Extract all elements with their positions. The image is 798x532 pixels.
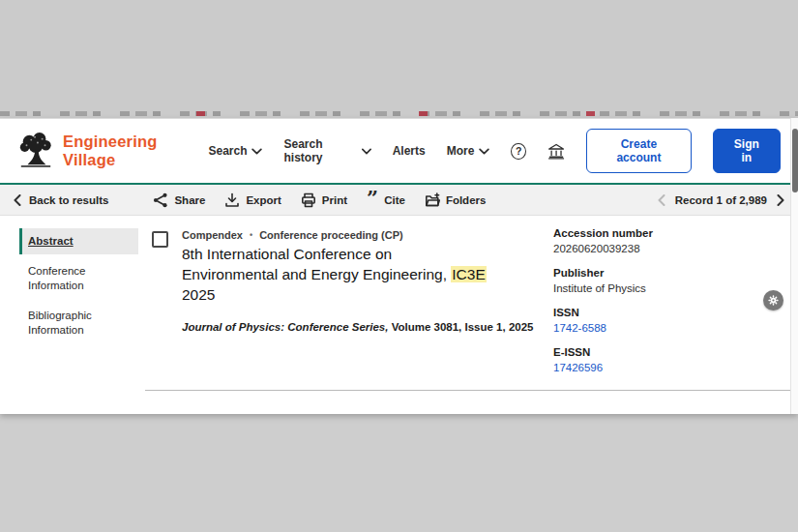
document-type-label: Conference proceeding (CP) [259,229,403,241]
previous-record-icon[interactable] [658,194,665,206]
journal-name: Journal of Physics: Conference Series, [182,321,388,333]
record-main: Compendex • Conference proceeding (CP) 8… [152,229,539,333]
detail-value: Institute of Physics [553,282,761,294]
print-icon [301,192,316,208]
database-badge: Compendex [182,229,243,241]
brand-title: Engineering Village [63,133,208,169]
sidebar-item-bibliographic-information[interactable]: Bibliographic Information [19,303,138,343]
chevron-left-icon [14,194,21,206]
share-icon [153,192,168,208]
record-select-checkbox[interactable] [152,231,168,248]
scrollbar-track[interactable] [790,118,798,414]
engineering-village-window: Engineering Village Search Search histor… [0,118,798,414]
record-count-label: Record 1 of 2,989 [675,194,767,206]
record-toolbar: Back to results Share Export [0,183,798,216]
nav-alerts[interactable]: Alerts [393,144,426,158]
eissn-link[interactable]: 17426596 [553,362,761,373]
nav-search-history-label: Search history [283,137,356,164]
back-to-results-button[interactable]: Back to results [14,194,108,206]
scrollbar-thumb[interactable] [792,129,798,192]
desktop-area-bottom [0,414,798,532]
detail-accession-number: Accession number 20260620039238 [553,227,761,254]
header-nav: Search Search history Alerts More ? [208,129,781,173]
detail-eissn: E-ISSN 17426596 [553,346,761,373]
sign-in-button[interactable]: Sign in [713,129,781,173]
window-edge-fragment-red [419,111,428,116]
app-header: Engineering Village Search Search histor… [0,119,798,183]
export-label: Export [246,194,281,206]
detail-label: Accession number [553,227,761,239]
nav-alerts-label: Alerts [393,144,426,158]
chevron-down-icon [362,148,371,155]
sidebar-item-conference-information[interactable]: Conference Information [19,258,138,299]
folders-label: Folders [446,194,487,206]
cite-label: Cite [384,194,405,206]
nav-search[interactable]: Search [208,144,262,158]
export-download-icon [224,192,240,208]
window-edge-fragments [0,111,798,116]
meta-separator-dot: • [250,230,252,240]
institution-bank-icon[interactable] [547,142,565,161]
volume-issue-year: Volume 3081, Issue 1, 2025 [388,321,533,333]
folders-add-icon [425,192,440,208]
screen: Engineering Village Search Search histor… [0,0,798,532]
title-search-highlight: IC3E [451,266,486,282]
window-edge-fragment-red [196,111,205,116]
print-label: Print [322,194,347,206]
share-label: Share [174,194,205,206]
detail-publisher: Publisher Institute of Physics [553,267,761,294]
next-record-icon[interactable] [777,194,784,206]
cite-quote-icon: ” [367,193,378,206]
gear-icon [767,294,780,307]
title-text: 2025 [182,286,215,303]
nav-search-label: Search [208,144,247,158]
elsevier-tree-logo [17,132,54,170]
record-section-nav: Abstract Conference Information Bibliogr… [19,228,138,347]
source-citation: Journal of Physics: Conference Series, V… [182,321,534,333]
nav-more-label: More [447,144,475,158]
record-title: 8th International Conference on Environm… [182,244,489,305]
export-button[interactable]: Export [224,192,281,208]
detail-label: ISSN [553,307,761,318]
section-divider [145,390,791,391]
create-account-button[interactable]: Create account [586,129,692,173]
record-details: Accession number 20260620039238 Publishe… [553,227,761,386]
record-content: Abstract Conference Information Bibliogr… [0,216,798,414]
cite-button[interactable]: ” Cite [367,193,405,206]
detail-issn: ISSN 1742-6588 [553,307,761,334]
chevron-down-icon [479,148,489,155]
back-to-results-label: Back to results [29,194,108,206]
detail-label: E-ISSN [553,346,761,358]
help-icon[interactable]: ? [511,143,526,160]
chevron-down-icon [251,148,262,155]
record-actions: Share Export Print ” Ci [153,192,486,208]
record-pagination: Record 1 of 2,989 [658,194,784,206]
share-button[interactable]: Share [153,192,205,208]
nav-search-history[interactable]: Search history [283,137,370,164]
window-edge-fragment-red [586,111,595,116]
sidebar-item-abstract[interactable]: Abstract [19,228,138,254]
detail-label: Publisher [553,267,761,279]
accessibility-settings-button[interactable] [763,290,783,310]
record-meta: Compendex • Conference proceeding (CP) [182,229,534,241]
nav-more[interactable]: More [447,144,490,158]
detail-value: 20260620039238 [553,243,761,254]
issn-link[interactable]: 1742-6588 [553,322,761,334]
title-text: 8th International Conference on Environm… [182,246,451,282]
desktop-area-top [0,0,798,118]
folders-button[interactable]: Folders [425,192,487,208]
print-button[interactable]: Print [301,192,347,208]
